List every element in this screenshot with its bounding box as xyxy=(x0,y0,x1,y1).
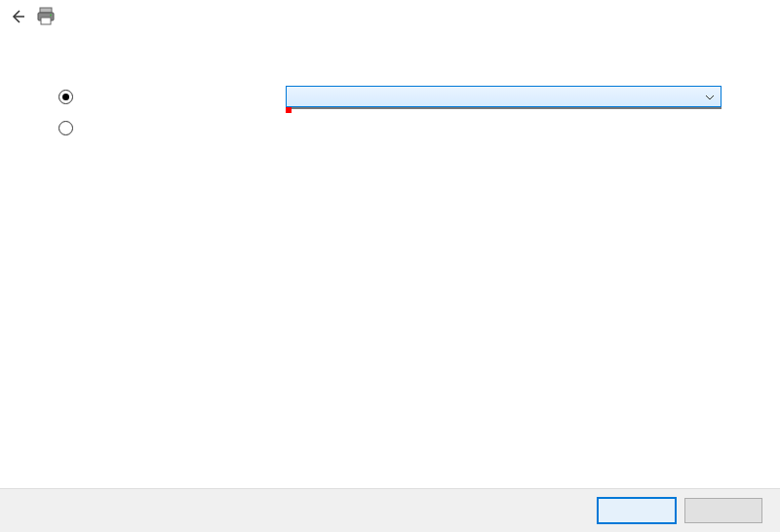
cancel-button[interactable] xyxy=(684,498,762,523)
svg-rect-0 xyxy=(40,8,52,13)
radio-create-new-port[interactable] xyxy=(58,121,292,135)
back-icon[interactable] xyxy=(8,7,27,26)
next-button[interactable] xyxy=(597,497,677,524)
port-dropdown-list[interactable] xyxy=(286,107,722,109)
existing-port-row xyxy=(58,86,722,107)
chevron-down-icon xyxy=(705,92,715,102)
radio-icon xyxy=(58,121,73,135)
radio-use-existing-port[interactable] xyxy=(58,90,286,104)
add-printer-dialog xyxy=(0,0,780,532)
port-combo-wrap xyxy=(286,86,722,107)
new-port-row xyxy=(58,121,722,135)
printer-icon xyxy=(35,6,57,27)
titlebar xyxy=(0,0,780,33)
content-area xyxy=(0,33,780,149)
radio-icon xyxy=(58,90,73,104)
svg-point-3 xyxy=(50,15,52,17)
port-dropdown[interactable] xyxy=(286,86,722,107)
svg-rect-2 xyxy=(41,18,51,24)
button-bar xyxy=(0,488,780,532)
